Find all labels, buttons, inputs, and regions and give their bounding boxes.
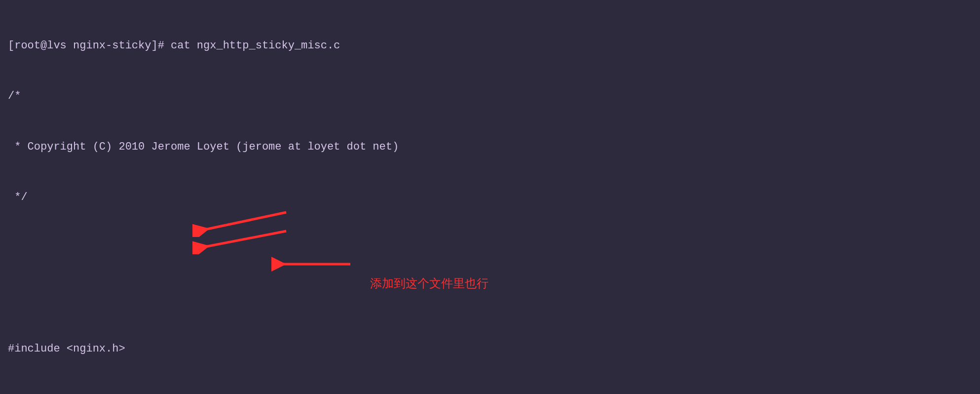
terminal-output: [root@lvs nginx-sticky]# cat ngx_http_st… [8,4,972,394]
code-line: */ [8,189,972,206]
code-line [8,239,972,256]
prompt-line: [root@lvs nginx-sticky]# cat ngx_http_st… [8,38,972,54]
code-line: * Copyright (C) 2010 Jerome Loyet (jerom… [8,139,972,156]
code-line: #include <nginx.h> [8,341,972,357]
code-line: /* [8,88,972,105]
code-line: #include <ngx_config.h> [8,391,972,394]
code-line [8,290,972,307]
